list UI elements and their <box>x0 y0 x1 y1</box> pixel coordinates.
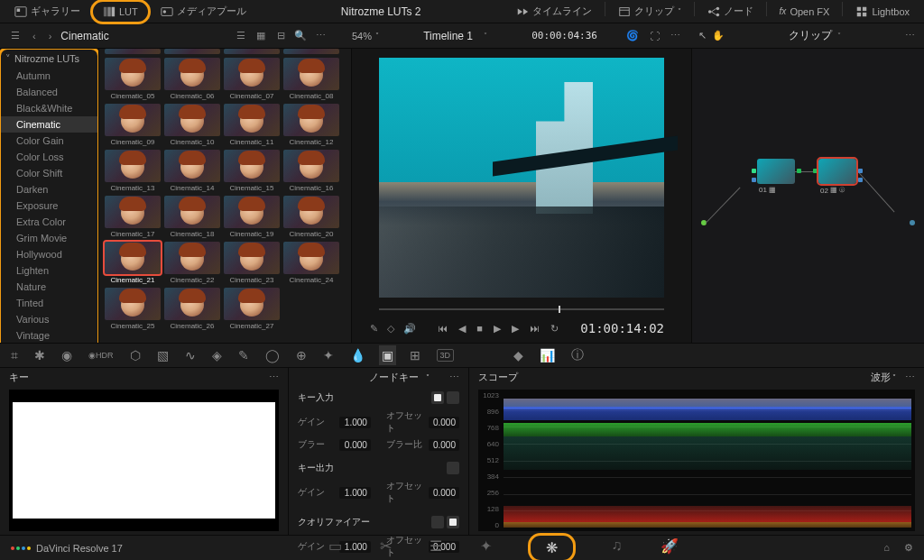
search-icon[interactable]: 🔍 <box>292 28 309 44</box>
audio-icon[interactable]: 🔊 <box>403 323 416 335</box>
back-button[interactable]: ‹ <box>29 31 40 41</box>
next-frame-button[interactable]: ▶ <box>512 323 519 335</box>
color-wheels-icon[interactable]: ◉ <box>61 348 72 363</box>
wipe-icon[interactable]: ◇ <box>387 323 394 335</box>
blur-input[interactable]: 0.000 <box>339 439 370 451</box>
lut-item[interactable]: Cinematic_18 <box>164 196 220 238</box>
key-canvas[interactable] <box>9 390 279 531</box>
lut-item[interactable]: Cinematic_20 <box>283 196 339 238</box>
last-frame-button[interactable]: ⏭ <box>530 323 540 335</box>
window-icon[interactable]: ◯ <box>265 348 280 363</box>
lut-item[interactable]: Cinematic_09 <box>105 104 161 146</box>
options-icon[interactable]: ⋯ <box>670 30 680 41</box>
deliver-page-button[interactable]: 🚀 <box>661 537 679 558</box>
blur-icon[interactable]: 💧 <box>350 348 365 363</box>
lut-item[interactable]: Cinematic_06 <box>164 58 220 100</box>
qualifier-icon[interactable]: ✎ <box>238 348 249 363</box>
lut-item[interactable]: Cinematic_14 <box>164 150 220 192</box>
sort-icon[interactable]: ⊟ <box>273 28 289 44</box>
lut-item[interactable] <box>283 288 339 330</box>
color-match-icon[interactable]: ✱ <box>34 348 45 363</box>
lut-item[interactable]: Cinematic_27 <box>224 288 280 330</box>
first-frame-button[interactable]: ⏮ <box>438 323 448 335</box>
category-item[interactable]: Black&White <box>0 100 98 116</box>
offset-out-input[interactable]: 0.000 <box>429 487 459 499</box>
expand-icon[interactable]: ⛶ <box>650 31 660 41</box>
lut-item[interactable]: Cinematic_23 <box>224 242 280 284</box>
scope-canvas[interactable]: 10238967686405123842561280 <box>478 390 915 531</box>
lut-item[interactable]: Cinematic_22 <box>164 242 220 284</box>
grid-view-icon[interactable]: ▦ <box>253 28 269 44</box>
scope-mode[interactable]: 波形 <box>871 371 891 384</box>
category-item[interactable]: Autumn <box>0 68 98 84</box>
category-item[interactable]: Cinematic <box>0 116 98 133</box>
matte-toggle[interactable] <box>431 391 444 404</box>
media-page-button[interactable]: ▭ <box>328 537 342 558</box>
options-icon[interactable]: ⋯ <box>905 372 915 383</box>
lut-item[interactable]: Cinematic_05 <box>105 58 161 100</box>
lut-item[interactable]: Cinematic_21 <box>105 242 161 284</box>
gain-out-input[interactable]: 1.000 <box>339 487 370 499</box>
category-item[interactable]: Color Shift <box>0 165 98 181</box>
category-item[interactable]: Grim Movie <box>0 230 98 246</box>
hdr-icon[interactable]: ◉HDR <box>88 351 114 360</box>
keyframe-icon[interactable]: ◆ <box>513 348 523 363</box>
motion-effects-icon[interactable]: ▧ <box>157 348 169 363</box>
hand-icon[interactable]: ✋ <box>712 30 725 41</box>
zoom-level[interactable]: 54%˅ <box>352 31 379 41</box>
settings-button[interactable]: ⚙ <box>904 542 913 554</box>
magic-mask-icon[interactable]: ✦ <box>323 348 334 363</box>
category-item[interactable]: Darken <box>0 181 98 197</box>
list-view-icon[interactable]: ☰ <box>233 28 249 44</box>
lut-item[interactable]: Cinematic_07 <box>224 58 280 100</box>
options-icon[interactable]: ⋯ <box>312 28 328 44</box>
category-parent[interactable]: Nitrozme LUTs <box>0 50 98 68</box>
options-icon[interactable]: ⋯ <box>449 372 459 383</box>
category-item[interactable]: Balanced <box>0 84 98 100</box>
invert-toggle[interactable] <box>447 462 459 474</box>
category-item[interactable]: Vintage <box>0 327 98 343</box>
options-icon[interactable]: ⋯ <box>269 372 279 383</box>
lut-item[interactable]: Cinematic_13 <box>105 150 161 192</box>
prev-frame-button[interactable]: ◀ <box>458 323 466 335</box>
category-item[interactable]: Color Gain <box>0 133 98 149</box>
tracker-icon[interactable]: ⊕ <box>296 348 307 363</box>
scrubber[interactable] <box>352 305 691 314</box>
node-output-dot[interactable] <box>910 220 915 225</box>
timeline-name[interactable]: Timeline 1 <box>423 30 473 42</box>
blur-ratio-input[interactable]: 0.000 <box>429 439 459 451</box>
category-item[interactable]: Exposure <box>0 197 98 214</box>
key-icon[interactable]: ▣ <box>379 345 396 365</box>
edit-page-button[interactable]: ☰ <box>430 537 442 558</box>
lut-item[interactable]: Cinematic_15 <box>224 150 280 192</box>
home-button[interactable]: ⌂ <box>883 542 890 554</box>
category-item[interactable]: Lighten <box>0 262 98 279</box>
node-01[interactable] <box>757 159 795 184</box>
category-item[interactable]: Various <box>0 311 98 327</box>
curves-icon[interactable]: ∿ <box>185 348 196 363</box>
color-page-button[interactable]: ❋ <box>530 537 574 558</box>
lut-item[interactable]: Cinematic_16 <box>283 150 339 192</box>
lut-item[interactable]: Cinematic_24 <box>283 242 339 284</box>
lut-item[interactable]: Cinematic_08 <box>283 58 339 100</box>
category-item[interactable]: Tinted <box>0 295 98 311</box>
forward-button[interactable]: › <box>45 31 56 41</box>
offset-input[interactable]: 0.000 <box>429 417 459 428</box>
clip-button[interactable]: クリップ ˅ <box>611 2 688 21</box>
sizing-icon[interactable]: ⊞ <box>410 348 420 363</box>
lut-item[interactable]: Cinematic_12 <box>283 104 339 146</box>
lut-item[interactable]: Cinematic_26 <box>164 288 220 330</box>
toggle[interactable] <box>447 516 459 528</box>
gain-input[interactable]: 1.000 <box>339 417 370 428</box>
stop-button[interactable]: ■ <box>476 323 483 335</box>
lut-item[interactable]: Cinematic_10 <box>164 104 220 146</box>
3d-icon[interactable]: 3D <box>437 349 455 362</box>
clips-label[interactable]: クリップ <box>789 28 832 43</box>
invert-toggle[interactable] <box>447 391 459 404</box>
info-icon[interactable]: ⓘ <box>571 347 584 363</box>
category-item[interactable]: Hollywood <box>0 246 98 262</box>
fairlight-page-button[interactable]: ♫ <box>612 537 623 558</box>
lightbox-button[interactable]: Lightbox <box>848 2 917 21</box>
category-item[interactable]: Extra Color <box>0 214 98 230</box>
picker-icon[interactable]: ✎ <box>370 323 378 335</box>
